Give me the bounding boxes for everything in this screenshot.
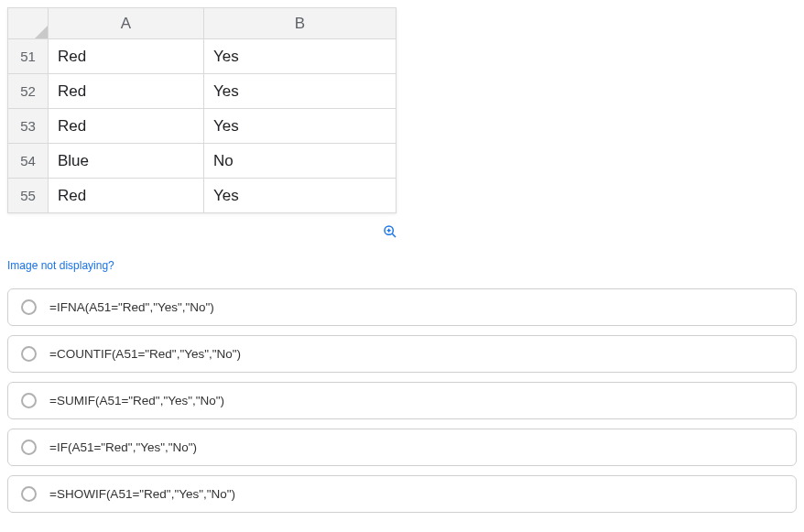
column-header-a: A: [49, 8, 204, 39]
spreadsheet-corner: [8, 8, 49, 39]
cell-a: Red: [49, 179, 204, 213]
option-label: =IF(A51="Red","Yes","No"): [49, 440, 197, 454]
column-header-b: B: [204, 8, 397, 39]
answer-option[interactable]: =SHOWIF(A51="Red","Yes","No"): [7, 475, 797, 513]
table-row: 52 Red Yes: [8, 74, 397, 109]
option-label: =COUNTIF(A51="Red","Yes","No"): [49, 347, 241, 361]
row-number: 53: [8, 109, 49, 144]
row-number: 52: [8, 74, 49, 109]
row-number: 54: [8, 144, 49, 179]
answer-options: =IFNA(A51="Red","Yes","No") =COUNTIF(A51…: [7, 288, 797, 513]
option-label: =SUMIF(A51="Red","Yes","No"): [49, 394, 224, 407]
table-row: 55 Red Yes: [8, 179, 397, 213]
radio-icon: [21, 299, 37, 315]
table-row: 53 Red Yes: [8, 109, 397, 144]
table-row: 54 Blue No: [8, 144, 397, 179]
answer-option[interactable]: =COUNTIF(A51="Red","Yes","No"): [7, 335, 797, 373]
radio-icon: [21, 440, 37, 455]
row-number: 55: [8, 179, 49, 213]
radio-icon: [21, 393, 37, 408]
cell-a: Red: [49, 109, 204, 144]
answer-option[interactable]: =IFNA(A51="Red","Yes","No"): [7, 288, 797, 326]
image-not-displaying-link[interactable]: Image not displaying?: [7, 259, 114, 272]
cell-a: Red: [49, 74, 204, 109]
option-label: =SHOWIF(A51="Red","Yes","No"): [49, 487, 235, 501]
radio-icon: [21, 346, 37, 362]
zoom-in-icon[interactable]: [383, 224, 397, 243]
cell-a: Blue: [49, 144, 204, 179]
option-label: =IFNA(A51="Red","Yes","No"): [49, 300, 214, 314]
cell-a: Red: [49, 39, 204, 74]
cell-b: Yes: [204, 109, 397, 144]
answer-option[interactable]: =SUMIF(A51="Red","Yes","No"): [7, 382, 797, 419]
radio-icon: [21, 486, 37, 502]
answer-option[interactable]: =IF(A51="Red","Yes","No"): [7, 429, 797, 466]
cell-b: No: [204, 144, 397, 179]
cell-b: Yes: [204, 179, 397, 213]
svg-line-1: [392, 233, 396, 237]
row-number: 51: [8, 39, 49, 74]
table-row: 51 Red Yes: [8, 39, 397, 74]
cell-b: Yes: [204, 74, 397, 109]
spreadsheet-table: A B 51 Red Yes 52 Red Yes 53 Red Yes 54 …: [7, 7, 397, 213]
cell-b: Yes: [204, 39, 397, 74]
